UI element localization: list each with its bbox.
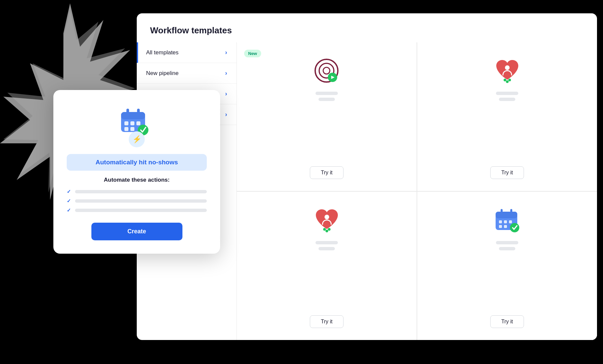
template-card-1: New	[237, 42, 417, 191]
svg-rect-19	[499, 220, 502, 223]
svg-point-13	[326, 230, 328, 232]
templates-grid: New	[237, 42, 597, 340]
svg-rect-16	[496, 212, 517, 218]
sidebar-item-new-pipeline[interactable]: New pipeline ›	[137, 63, 236, 84]
svg-rect-18	[510, 209, 512, 214]
svg-rect-31	[136, 121, 140, 125]
template-line	[316, 92, 338, 95]
svg-point-8	[504, 79, 506, 81]
action-line-2	[75, 199, 207, 203]
action-row-1: ✓	[67, 189, 207, 195]
svg-rect-27	[126, 109, 129, 115]
template-card-3: Try it	[237, 192, 417, 340]
svg-point-7	[505, 65, 510, 70]
svg-rect-23	[504, 225, 507, 228]
try-it-button-4[interactable]: Try it	[490, 315, 524, 328]
svg-rect-26	[121, 112, 145, 119]
checkmark-icon-2: ✓	[67, 198, 71, 204]
svg-rect-21	[509, 220, 512, 223]
svg-rect-32	[124, 127, 128, 131]
template-line	[316, 241, 338, 244]
action-row-2: ✓	[67, 198, 207, 204]
action-line-3	[75, 209, 207, 212]
chevron-right-icon: ›	[225, 90, 227, 97]
page-title: Workflow templates	[137, 13, 597, 42]
svg-point-14	[328, 228, 331, 231]
svg-rect-17	[501, 209, 503, 214]
detail-actions: ✓ ✓ ✓	[67, 189, 207, 213]
template-icon-3	[312, 205, 342, 235]
template-line	[499, 98, 516, 101]
svg-rect-33	[130, 127, 134, 131]
svg-rect-20	[504, 220, 507, 223]
checkmark-icon-3: ✓	[67, 207, 71, 213]
chevron-right-icon: ›	[225, 49, 227, 56]
template-line	[319, 98, 335, 101]
template-line	[496, 92, 519, 95]
try-it-button-3[interactable]: Try it	[310, 315, 344, 328]
template-line	[496, 241, 519, 244]
template-card-4: Try it	[417, 192, 597, 340]
detail-automate-label: Automate these actions:	[104, 177, 169, 183]
chevron-right-icon: ›	[225, 70, 227, 77]
detail-highlight: Automatically hit no-shows	[67, 154, 207, 171]
template-line	[499, 247, 516, 250]
template-card-4-content	[492, 205, 522, 309]
lightning-icon: ⚡	[129, 131, 145, 147]
svg-point-9	[506, 80, 509, 83]
svg-point-10	[508, 79, 511, 81]
chevron-right-icon: ›	[225, 111, 227, 118]
svg-point-12	[323, 228, 326, 231]
template-card-1-content	[312, 56, 342, 160]
svg-rect-28	[137, 109, 140, 115]
template-lines-4	[492, 241, 522, 250]
template-lines-2	[492, 92, 522, 101]
new-badge: New	[244, 50, 261, 57]
svg-rect-22	[499, 225, 502, 228]
template-card-3-content	[312, 205, 342, 309]
detail-card: ⚡ Automatically hit no-shows Automate th…	[53, 90, 220, 254]
checkmark-icon-1: ✓	[67, 189, 71, 195]
sidebar-item-all-templates[interactable]: All templates ›	[137, 42, 236, 63]
template-icon-4	[492, 205, 522, 235]
template-line	[319, 247, 335, 250]
action-line-1	[75, 190, 207, 193]
create-button[interactable]: Create	[91, 223, 182, 240]
template-card-2-content	[492, 56, 522, 160]
template-lines-3	[312, 241, 342, 250]
svg-rect-29	[124, 121, 128, 125]
try-it-button-1[interactable]: Try it	[310, 166, 344, 179]
try-it-button-2[interactable]: Try it	[490, 166, 524, 179]
svg-rect-30	[130, 121, 134, 125]
svg-point-11	[325, 215, 329, 219]
template-lines-1	[312, 92, 342, 101]
template-icon-2	[492, 56, 522, 86]
action-row-3: ✓	[67, 207, 207, 213]
template-card-2: Try it	[417, 42, 597, 191]
template-icon-1	[312, 56, 342, 86]
detail-highlight-text: Automatically hit no-shows	[95, 159, 178, 166]
svg-point-4	[323, 67, 330, 74]
detail-icon-container: ⚡	[118, 105, 155, 141]
